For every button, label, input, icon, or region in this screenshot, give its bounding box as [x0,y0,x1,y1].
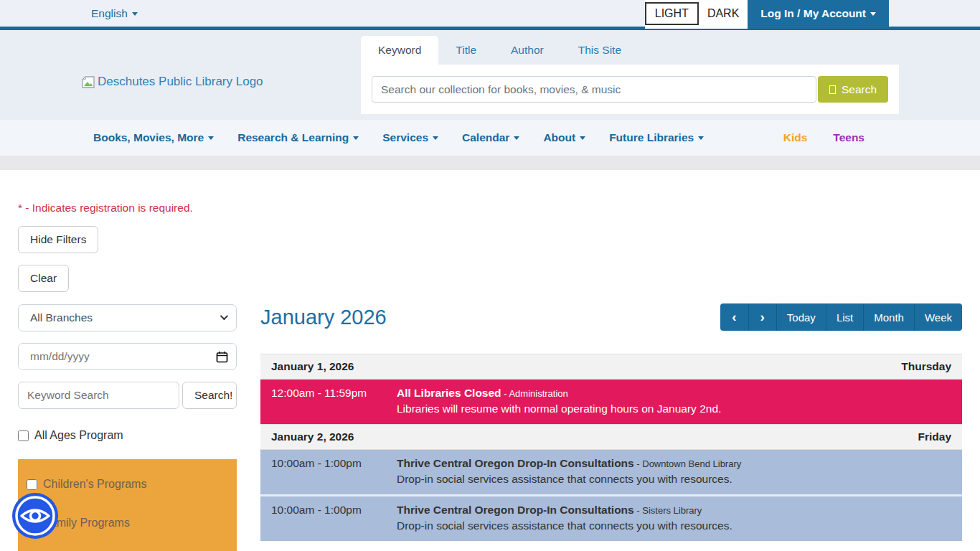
topbar-right: LIGHT DARK Log In / My Account [645,0,889,29]
light-theme-button[interactable]: LIGHT [645,2,699,25]
event-time: 12:00am - 11:59pm [260,387,397,415]
branch-select-value: All Branches [30,311,93,324]
nav-future-libraries[interactable]: Future Libraries [609,131,704,144]
events-calendar: January 2026 ‹ › Today List Month Week J… [260,303,962,541]
event-row-thrive-downtown-bend[interactable]: 10:00am - 1:00pm Thrive Central Oregon D… [260,450,962,494]
day-date: January 2, 2026 [271,430,354,443]
date-filter [18,343,237,370]
page-content: * - Indicates registration is required. … [0,170,980,544]
chevron-down-icon [433,136,438,140]
event-time: 10:00am - 1:00pm [260,457,397,486]
nav-label: Future Libraries [609,131,694,143]
registration-note: * - Indicates registration is required. [18,202,237,215]
language-dropdown[interactable]: English [91,7,138,20]
keyword-search-input[interactable] [18,382,179,409]
nav-calendar[interactable]: Calendar [462,131,519,144]
nav-about[interactable]: About [543,131,585,144]
theme-toggle-group: LIGHT DARK [645,0,748,29]
event-title[interactable]: All Libraries Closed [397,387,501,399]
header-divider-strip [0,156,980,170]
dark-theme-button[interactable]: DARK [699,4,748,24]
event-details: Thrive Central Oregon Drop-In Consultati… [397,504,962,532]
event-time: 10:00am - 1:00pm [260,504,397,532]
keyword-search-button[interactable]: Search! [182,382,237,409]
tab-author[interactable]: Author [494,36,561,65]
catalog-search-area: Keyword Title Author This Site Search [361,36,899,114]
login-label: Log In / My Account [760,7,866,19]
search-icon [829,85,836,94]
tab-this-site[interactable]: This Site [561,36,639,65]
calendar-toolbar: ‹ › Today List Month Week [720,303,962,331]
logo-alt-text: Deschutes Public Library Logo [98,75,263,89]
nav-kids[interactable]: Kids [783,131,808,144]
main-navigation: Books, Movies, More Research & Learning … [0,120,980,156]
tab-keyword[interactable]: Keyword [361,36,438,65]
chevron-down-icon [698,136,704,140]
month-view-button[interactable]: Month [864,303,915,331]
all-ages-checkbox[interactable] [18,430,29,441]
library-logo-link[interactable]: Deschutes Public Library Logo [81,75,263,89]
nav-label: Research & Learning [237,131,349,143]
keyword-filter: Search! [18,382,237,409]
event-description: Drop-in social services assistance that … [397,519,951,532]
accessibility-widget-button[interactable] [12,493,58,539]
event-list: January 1, 2026 Thursday 12:00am - 11:59… [260,354,962,541]
date-input[interactable] [18,343,237,370]
nav-books-movies-more[interactable]: Books, Movies, More [93,131,214,144]
chevron-down-icon [353,136,359,140]
search-panel: Search [361,65,899,114]
language-label: English [91,7,128,19]
today-button[interactable]: Today [777,303,826,331]
search-tabs: Keyword Title Author This Site [361,36,899,65]
event-details: Thrive Central Oregon Drop-In Consultati… [397,457,962,486]
event-description: Libraries will resume with normal operat… [397,402,951,415]
chevron-down-icon [220,312,228,320]
chevron-down-icon [870,12,876,16]
event-location: - Administration [501,388,568,399]
branch-select[interactable]: All Branches [18,304,237,331]
clear-filters-button[interactable]: Clear [18,265,69,292]
nav-label: Books, Movies, More [93,131,204,143]
calendar-month-title: January 2026 [260,306,387,329]
event-row-thrive-sisters[interactable]: 10:00am - 1:00pm Thrive Central Oregon D… [260,494,962,541]
nav-label: Calendar [462,131,509,143]
list-view-button[interactable]: List [826,303,864,331]
day-header: January 1, 2026 Thursday [260,354,962,380]
chevron-down-icon [514,136,519,140]
event-row-all-libraries-closed[interactable]: 12:00am - 11:59pm All Libraries Closed -… [260,380,962,424]
filter-story-time: Story Time [27,547,228,551]
event-location: - Sisters Library [634,505,702,516]
chevron-down-icon [132,12,138,16]
catalog-search-button[interactable]: Search [818,76,888,103]
catalog-search-input[interactable] [372,76,816,103]
day-date: January 1, 2026 [271,360,354,373]
day-weekday: Friday [918,430,951,443]
next-month-button[interactable]: › [749,303,777,331]
filter-all-ages: All Ages Program [18,429,237,442]
childrens-programs-checkbox[interactable] [27,479,37,490]
search-button-label: Search [842,83,877,96]
top-bar: English LIGHT DARK Log In / My Account [0,0,980,30]
event-title[interactable]: Thrive Central Oregon Drop-In Consultati… [397,504,634,516]
tab-title[interactable]: Title [438,36,494,65]
eye-icon [12,493,58,539]
chevron-down-icon [208,136,214,140]
week-view-button[interactable]: Week [915,303,962,331]
calendar-icon [216,351,228,363]
day-header: January 2, 2026 Friday [260,424,962,450]
nav-research-learning[interactable]: Research & Learning [237,131,359,144]
nav-services[interactable]: Services [382,131,438,144]
broken-image-icon [81,76,95,88]
nav-label: Services [382,131,428,143]
event-details: All Libraries Closed - Administration Li… [397,387,962,415]
hide-filters-button[interactable]: Hide Filters [18,226,98,253]
site-header: Deschutes Public Library Logo Keyword Ti… [0,30,980,120]
login-account-button[interactable]: Log In / My Account [748,0,889,29]
childrens-programs-label: Children's Programs [43,478,146,491]
nav-label: About [543,131,575,143]
prev-month-button[interactable]: ‹ [720,303,748,331]
nav-teens[interactable]: Teens [833,131,864,144]
event-title[interactable]: Thrive Central Oregon Drop-In Consultati… [397,457,634,469]
all-ages-label: All Ages Program [34,429,123,442]
event-location: - Downtown Bend Library [634,458,742,469]
